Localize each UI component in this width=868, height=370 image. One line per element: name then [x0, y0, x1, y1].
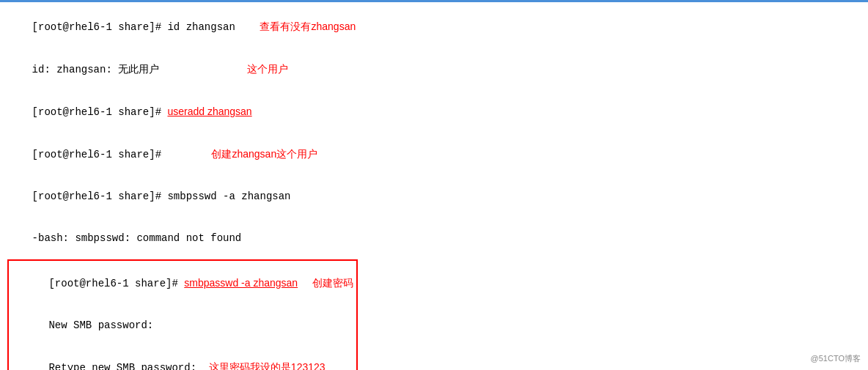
- terminal-line-7: [root@rhel6-1 share]# smbpasswd -a zhang…: [12, 262, 353, 305]
- output-8: New SMB password:: [48, 319, 153, 331]
- top-border: [0, 0, 868, 2]
- prompt-7: [root@rhel6-1 share]#: [48, 278, 184, 289]
- command-1: id zhangsan: [167, 21, 260, 33]
- terminal-line-2: id: zhangsan: 无此用户这个用户: [7, 48, 861, 91]
- annotation-7: 创建密码: [312, 277, 353, 289]
- annotation-9: 这里密码我设的是123123: [209, 361, 326, 370]
- annotation-2: 这个用户: [247, 63, 288, 75]
- terminal-line-4: [root@rhel6-1 share]# 创建zhangsan这个用户: [7, 133, 861, 176]
- command-5: smbpsswd -a zhangsan: [167, 190, 290, 202]
- password-box: [root@rhel6-1 share]# smbpasswd -a zhang…: [7, 259, 358, 370]
- terminal-line-8: New SMB password:: [12, 305, 353, 347]
- output-6: -bash: smbpsswd: command not found: [32, 232, 242, 244]
- terminal-line-9: Retype new SMB password: 这里密码我设的是123123: [12, 347, 353, 370]
- watermark: @51CTO博客: [811, 353, 861, 364]
- command-7: smbpasswd -a zhangsan: [184, 277, 298, 289]
- terminal-line-6: -bash: smbpsswd: command not found: [7, 218, 861, 259]
- annotation-4: 创建zhangsan这个用户: [211, 148, 317, 160]
- terminal-line-1: [root@rhel6-1 share]# id zhangsan 查看有没有z…: [7, 6, 861, 48]
- annotation-1: 查看有没有zhangsan: [260, 21, 356, 32]
- command-3: useradd zhangsan: [167, 106, 251, 117]
- terminal-line-3: [root@rhel6-1 share]# useradd zhangsan: [7, 91, 861, 133]
- prompt-1: [root@rhel6-1 share]#: [32, 21, 168, 33]
- prompt-5: [root@rhel6-1 share]#: [32, 190, 168, 202]
- output-9: Retype new SMB password:: [48, 362, 208, 370]
- prompt-3: [root@rhel6-1 share]#: [32, 106, 168, 118]
- output-2: id: zhangsan: 无此用户: [32, 64, 160, 75]
- terminal-line-5: [root@rhel6-1 share]# smbpsswd -a zhangs…: [7, 176, 861, 218]
- terminal-window: [root@rhel6-1 share]# id zhangsan 查看有没有z…: [0, 0, 868, 370]
- prompt-4: [root@rhel6-1 share]#: [32, 149, 168, 160]
